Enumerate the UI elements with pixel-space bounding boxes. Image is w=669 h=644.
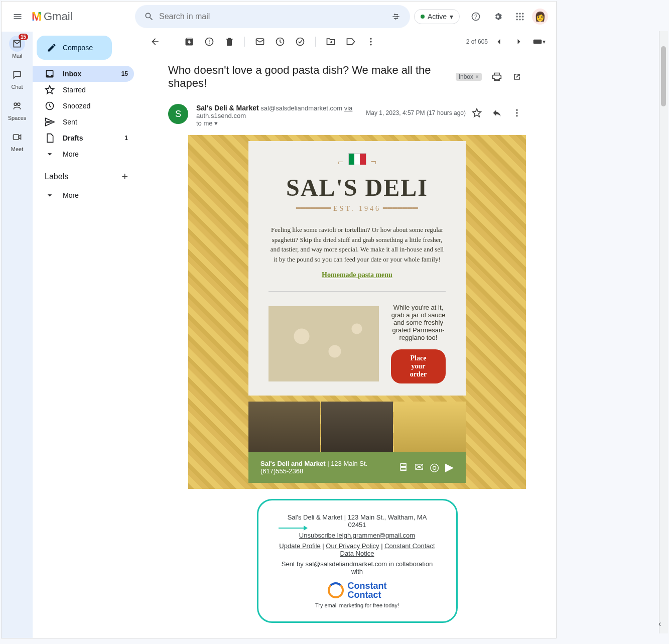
email-body: ⌐ ¬ SAL'S DELI ━━━━━━━ EST. 1946 ━━━━━━━… <box>188 135 526 623</box>
svg-point-6 <box>519 13 520 15</box>
message-more-button[interactable] <box>508 104 526 122</box>
chevron-down-icon <box>45 149 55 159</box>
scrollbar-thumb[interactable] <box>661 46 666 106</box>
svg-point-10 <box>522 16 523 17</box>
nav-drafts-count: 1 <box>124 135 128 142</box>
thumb-image <box>321 402 393 452</box>
rail-chat[interactable]: Chat <box>3 67 31 90</box>
pencil-icon <box>47 43 57 53</box>
nav-sent-label: Sent <box>63 118 77 126</box>
compose-button[interactable]: Compose <box>37 36 112 60</box>
add-task-button[interactable] <box>291 33 309 51</box>
rail-meet[interactable]: Meet <box>3 129 31 152</box>
nav-inbox[interactable]: Inbox 15 <box>33 66 134 82</box>
input-tools-button[interactable]: ▾ <box>530 33 548 51</box>
print-button[interactable] <box>488 68 506 86</box>
status-label: Active <box>428 13 447 21</box>
search-input[interactable] <box>159 12 386 21</box>
italy-flag-icon <box>348 153 366 165</box>
rail-mail-label: Mail <box>12 53 22 59</box>
gmail-logo[interactable]: MGmail <box>32 10 72 24</box>
svg-point-25 <box>370 44 371 45</box>
clock-icon <box>45 101 55 111</box>
product-name: Gmail <box>44 10 72 23</box>
email-icon[interactable]: ✉ <box>415 461 424 474</box>
nav-more-label: More <box>63 150 79 158</box>
svg-rect-26 <box>533 40 542 44</box>
subject-text: Who doesn't love a good pasta dish? We m… <box>168 64 450 90</box>
next-button[interactable] <box>510 33 528 51</box>
apps-icon[interactable] <box>510 7 530 27</box>
place-order-button[interactable]: Place your order <box>391 349 446 383</box>
svg-point-9 <box>519 16 520 17</box>
main-menu-button[interactable] <box>6 5 30 29</box>
help-icon[interactable]: ? <box>466 7 486 27</box>
account-avatar[interactable]: 👩 <box>532 9 548 25</box>
popout-button[interactable] <box>508 68 526 86</box>
svg-text:?: ? <box>474 14 477 20</box>
nav-starred[interactable]: Starred <box>33 82 134 98</box>
nav-inbox-label: Inbox <box>63 70 81 78</box>
inbox-icon <box>45 69 55 79</box>
prev-button[interactable] <box>490 33 508 51</box>
more-button[interactable] <box>362 33 380 51</box>
spam-button[interactable]: ! <box>200 33 218 51</box>
folder-sidebar: Compose Inbox 15 Starred Snoozed Sent Dr… <box>33 32 138 638</box>
label-button[interactable] <box>342 33 360 51</box>
spaces-icon <box>9 98 25 114</box>
youtube-icon[interactable]: ▶ <box>445 461 454 474</box>
mark-unread-button[interactable] <box>251 33 269 51</box>
gnocchi-image <box>269 306 379 381</box>
update-profile-link[interactable]: Update Profile <box>279 542 320 550</box>
search-icon[interactable] <box>139 7 159 27</box>
footer-business-name: Sal's Deli and Market <box>260 460 326 467</box>
side-panel: ‹ <box>659 31 668 633</box>
nav-drafts[interactable]: Drafts 1 <box>33 130 134 146</box>
rail-chat-label: Chat <box>11 84 23 90</box>
nav-more[interactable]: More <box>33 146 134 162</box>
email-body-text: Feeling like some ravioli or tortellini?… <box>269 225 446 264</box>
archive-button[interactable] <box>180 33 198 51</box>
rail-spaces[interactable]: Spaces <box>3 98 31 121</box>
via-label: via <box>344 104 353 112</box>
chevron-down-icon <box>45 190 55 200</box>
footer-phone: (617)555-2368 <box>260 467 367 475</box>
instagram-icon[interactable]: ◎ <box>430 461 439 474</box>
reply-button[interactable] <box>488 104 506 122</box>
brand-est: EST. 1946 <box>333 205 381 212</box>
sender-email: sal@salsdeliandmarket.com <box>260 104 342 112</box>
chat-icon <box>9 67 25 83</box>
chip-remove-icon[interactable]: × <box>475 73 479 80</box>
nav-sent[interactable]: Sent <box>33 114 134 130</box>
svg-point-15 <box>18 103 20 105</box>
move-to-button[interactable] <box>322 33 340 51</box>
nav-starred-label: Starred <box>63 86 86 94</box>
nav-snoozed[interactable]: Snoozed <box>33 98 134 114</box>
arrow-icon <box>279 522 308 533</box>
expand-panel-button[interactable]: ‹ <box>658 619 661 628</box>
star-message-button[interactable] <box>468 104 486 122</box>
constant-contact-logo[interactable]: ConstantContact <box>279 581 436 599</box>
status-chip[interactable]: Active▾ <box>414 9 460 24</box>
draft-icon <box>45 133 55 143</box>
message-header: S Sal's Deli & Market sal@salsdeliandmar… <box>168 96 526 131</box>
add-label-button[interactable]: + <box>121 170 128 183</box>
menu-link[interactable]: Homemade pasta menu <box>322 271 392 279</box>
search-options-icon[interactable] <box>386 7 406 27</box>
settings-icon[interactable] <box>488 7 508 27</box>
inbox-chip[interactable]: Inbox× <box>456 73 482 81</box>
privacy-link[interactable]: Our Privacy Policy <box>326 542 379 550</box>
labels-more[interactable]: More <box>33 187 134 203</box>
back-button[interactable] <box>146 33 164 51</box>
labels-header-text: Labels <box>45 172 68 181</box>
recipient-dropdown[interactable]: ▾ <box>214 119 218 127</box>
delete-button[interactable] <box>220 33 238 51</box>
subject-row: Who doesn't love a good pasta dish? We m… <box>168 58 526 96</box>
unsubscribe-link[interactable]: Unsubscribe leigh.grammer@gmail.com <box>299 532 415 539</box>
svg-point-29 <box>516 115 517 116</box>
snooze-button[interactable] <box>271 33 289 51</box>
try-free-text: Try email marketing for free today! <box>279 602 436 608</box>
search-bar[interactable] <box>135 5 410 28</box>
rail-mail[interactable]: 15 Mail <box>3 36 31 59</box>
website-icon[interactable]: 🖥 <box>397 461 409 474</box>
